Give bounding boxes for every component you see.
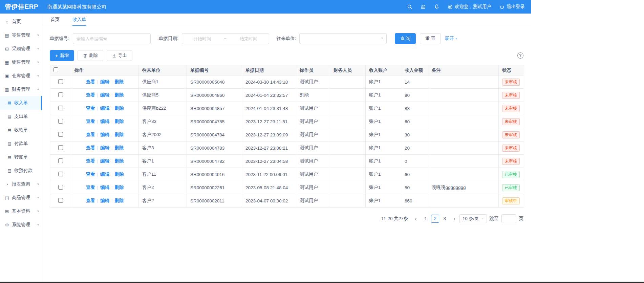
add-button[interactable]: + 新增 <box>50 50 74 61</box>
sidebar-item-home[interactable]: ⌂ 首页 <box>0 15 42 28</box>
table-row: 查看|编辑|删除 客户2 SR00000002261 2023-05-08 21… <box>50 181 524 194</box>
expand-link[interactable]: 展开 ∨ <box>445 36 458 42</box>
edit-link[interactable]: 编辑 <box>100 185 109 190</box>
delete-link[interactable]: 删除 <box>115 158 124 164</box>
cell-actions: 查看|编辑|删除 <box>71 181 139 194</box>
sidebar-item-system[interactable]: ⚙ 系统管理 ∨ <box>0 218 42 232</box>
tab-home[interactable]: 首页 <box>50 14 60 26</box>
edit-link[interactable]: 编辑 <box>100 92 109 97</box>
view-link[interactable]: 查看 <box>86 92 95 97</box>
table-row: 查看|编辑|删除 供应商5 SR00000004860 2024-01-04 2… <box>50 89 524 102</box>
row-checkbox[interactable] <box>58 92 63 97</box>
table-container: 操作 往来单位 单据编号 单据日期 操作员 财务人员 收入账户 收入金额 备注 … <box>42 65 531 208</box>
sidebar-item-basic[interactable]: ⊞ 基本资料 ∨ <box>0 204 42 218</box>
delete-link[interactable]: 删除 <box>115 145 124 150</box>
delete-button[interactable]: 删除 <box>78 50 103 61</box>
cell-select <box>50 168 71 181</box>
delete-link[interactable]: 删除 <box>115 172 124 177</box>
tab-income[interactable]: 收入单 <box>72 14 86 26</box>
delete-link[interactable]: 删除 <box>115 198 124 203</box>
sidebar-item-sales[interactable]: ▦ 销售管理 ∨ <box>0 56 42 69</box>
sidebar-subitem-expense[interactable]: ▤ 支出单 <box>0 110 42 123</box>
export-button[interactable]: 导出 <box>107 50 132 61</box>
view-link[interactable]: 查看 <box>86 79 95 84</box>
row-checkbox[interactable] <box>58 185 63 190</box>
bank-icon[interactable] <box>421 4 426 9</box>
sidebar-subitem-prepaid[interactable]: ▤ 收预付款 <box>0 164 42 177</box>
sidebar-item-report[interactable]: ◔ 报表查询 ∨ <box>0 177 42 191</box>
view-link[interactable]: 查看 <box>86 158 95 164</box>
view-link[interactable]: 查看 <box>86 119 95 124</box>
cell-actions: 查看|编辑|删除 <box>71 102 139 115</box>
reset-button[interactable]: 重 置 <box>420 33 441 44</box>
delete-link[interactable]: 删除 <box>115 106 124 111</box>
cell-code: SR00000004784 <box>187 128 242 142</box>
view-link[interactable]: 查看 <box>86 198 95 203</box>
jump-page-input[interactable] <box>501 214 516 223</box>
edit-link[interactable]: 编辑 <box>100 145 109 150</box>
welcome-user[interactable]: 欢迎您，测试用户 <box>448 4 491 10</box>
cell-amount: 50 <box>401 181 428 194</box>
edit-link[interactable]: 编辑 <box>100 79 109 84</box>
select-all-checkbox[interactable] <box>53 67 58 72</box>
view-link[interactable]: 查看 <box>86 106 95 111</box>
edit-link[interactable]: 编辑 <box>100 132 109 137</box>
search-button[interactable]: 查 询 <box>395 33 416 44</box>
sidebar-subitem-receipt[interactable]: ▤ 收款单 <box>0 123 42 137</box>
row-checkbox[interactable] <box>58 172 63 176</box>
page-size-select[interactable]: 10 条/页 ∨ <box>459 214 487 223</box>
action-separator: | <box>97 92 98 97</box>
page-button-1[interactable]: 1 <box>422 215 430 223</box>
cart-icon: ⊞ <box>4 46 9 51</box>
action-separator: | <box>111 158 113 164</box>
edit-link[interactable]: 编辑 <box>100 172 109 177</box>
sidebar-subitem-transfer[interactable]: ▤ 转账单 <box>0 150 42 164</box>
row-checkbox[interactable] <box>58 158 63 163</box>
edit-link[interactable]: 编辑 <box>100 158 109 164</box>
edit-link[interactable]: 编辑 <box>100 119 109 124</box>
help-icon[interactable]: ? <box>517 52 523 59</box>
header-actions: 欢迎您，测试用户 退出登录 <box>407 4 525 10</box>
logout-button[interactable]: 退出登录 <box>499 4 525 10</box>
search-icon[interactable] <box>407 4 412 9</box>
date-start-input[interactable] <box>184 36 220 41</box>
delete-link[interactable]: 删除 <box>115 132 124 137</box>
sidebar-item-warehouse[interactable]: ▣ 仓库管理 ∨ <box>0 69 42 83</box>
code-input[interactable] <box>73 33 151 44</box>
erp-app: 管伊佳ERP 南通某某网络科技有限公司 欢迎您，测试用户 退出登录 <box>0 0 531 282</box>
sidebar-subitem-payment[interactable]: ▤ 付款单 <box>0 137 42 150</box>
sidebar-item-purchase[interactable]: ⊞ 采购管理 ∨ <box>0 42 42 56</box>
row-checkbox[interactable] <box>58 119 63 124</box>
edit-link[interactable]: 编辑 <box>100 198 109 203</box>
row-checkbox[interactable] <box>58 106 63 110</box>
col-operator: 操作员 <box>296 65 330 75</box>
row-checkbox[interactable] <box>58 145 63 150</box>
view-link[interactable]: 查看 <box>86 145 95 150</box>
sidebar-item-finance[interactable]: ▥ 财务管理 ∧ <box>0 83 42 96</box>
delete-link[interactable]: 删除 <box>115 92 124 97</box>
page-button-2[interactable]: 2 <box>431 215 439 223</box>
prev-page-button[interactable]: ‹ <box>413 216 418 222</box>
edit-link[interactable]: 编辑 <box>100 106 109 111</box>
date-end-input[interactable] <box>230 36 266 41</box>
date-range-picker[interactable]: ~ <box>182 33 269 44</box>
cell-select <box>50 102 71 115</box>
row-checkbox[interactable] <box>58 79 63 84</box>
delete-link[interactable]: 删除 <box>115 119 124 124</box>
row-checkbox[interactable] <box>58 198 63 203</box>
unit-select[interactable]: ∨ <box>299 33 387 44</box>
view-link[interactable]: 查看 <box>86 172 95 177</box>
next-page-button[interactable]: › <box>452 216 457 222</box>
page-button-3[interactable]: 3 <box>441 215 449 223</box>
view-link[interactable]: 查看 <box>86 132 95 137</box>
cell-select <box>50 89 71 102</box>
sidebar-item-goods[interactable]: ◳ 商品管理 ∨ <box>0 191 42 204</box>
delete-link[interactable]: 删除 <box>115 79 124 84</box>
sidebar-subitem-income[interactable]: ▤ 收入单 <box>0 96 42 110</box>
bell-icon[interactable] <box>434 4 439 9</box>
sidebar-item-retail[interactable]: ▤ 零售管理 ∨ <box>0 28 42 42</box>
delete-link[interactable]: 删除 <box>115 185 124 190</box>
row-checkbox[interactable] <box>58 132 63 137</box>
view-link[interactable]: 查看 <box>86 185 95 190</box>
col-account: 收入账户 <box>366 65 401 75</box>
